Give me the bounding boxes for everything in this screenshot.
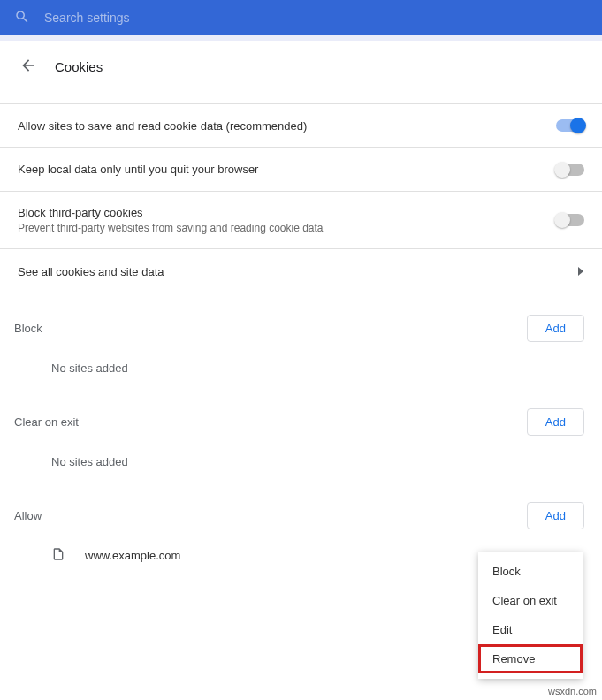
keep-local-toggle[interactable] bbox=[556, 164, 584, 176]
page-title: Cookies bbox=[55, 59, 103, 74]
site-url: www.example.com bbox=[85, 549, 180, 562]
allow-add-button[interactable]: Add bbox=[527, 502, 584, 529]
row-see-all-cookies[interactable]: See all cookies and site data bbox=[0, 249, 602, 293]
allow-cookies-label: Allow sites to save and read cookie data… bbox=[18, 119, 556, 133]
settings-content: Allow sites to save and read cookie data… bbox=[0, 103, 602, 574]
menu-remove[interactable]: Remove bbox=[478, 644, 583, 673]
clear-on-exit-title: Clear on exit bbox=[14, 415, 79, 429]
search-bar bbox=[0, 0, 602, 35]
clear-on-exit-empty: No sites added bbox=[0, 443, 602, 481]
block-title: Block bbox=[14, 322, 42, 335]
row-keep-local: Keep local data only until you quit your… bbox=[0, 148, 602, 192]
section-head-block: Block Add bbox=[0, 293, 602, 349]
menu-edit[interactable]: Edit bbox=[478, 615, 583, 644]
row-allow-cookies: Allow sites to save and read cookie data… bbox=[0, 103, 602, 148]
section-head-allow: Allow Add bbox=[0, 481, 602, 536]
row-block-third-party: Block third-party cookies Prevent third-… bbox=[0, 192, 602, 249]
search-icon bbox=[14, 9, 30, 27]
chevron-right-icon bbox=[577, 265, 584, 278]
block-empty: No sites added bbox=[0, 349, 602, 387]
menu-block[interactable]: Block bbox=[478, 557, 583, 586]
clear-on-exit-add-button[interactable]: Add bbox=[527, 408, 584, 436]
block-third-party-label: Block third-party cookies bbox=[18, 206, 556, 219]
file-icon bbox=[51, 547, 65, 564]
menu-clear-on-exit[interactable]: Clear on exit bbox=[478, 586, 583, 615]
allow-cookies-toggle[interactable] bbox=[556, 119, 584, 132]
block-third-party-sub: Prevent third-party websites from saving… bbox=[18, 222, 556, 234]
see-all-label: See all cookies and site data bbox=[18, 265, 577, 278]
section-head-clear-on-exit: Clear on exit Add bbox=[0, 387, 602, 443]
block-third-party-toggle[interactable] bbox=[556, 214, 584, 226]
watermark: wsxdn.com bbox=[548, 686, 597, 696]
context-menu: Block Clear on exit Edit Remove bbox=[478, 552, 583, 679]
page-header: Cookies bbox=[0, 41, 602, 88]
back-arrow-icon[interactable] bbox=[19, 57, 37, 77]
keep-local-label: Keep local data only until you quit your… bbox=[18, 163, 556, 176]
allow-title: Allow bbox=[14, 509, 42, 522]
search-input[interactable] bbox=[44, 11, 588, 25]
block-add-button[interactable]: Add bbox=[527, 315, 584, 342]
